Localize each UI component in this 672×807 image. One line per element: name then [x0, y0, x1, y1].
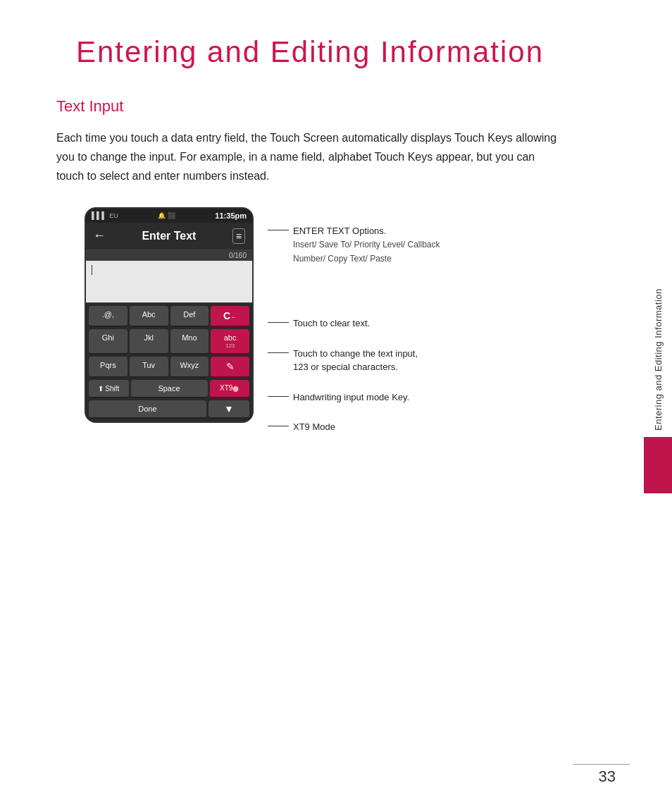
sidebar-accent [644, 437, 672, 493]
key-jkl[interactable]: Jkl [130, 329, 168, 355]
keyboard-row-1: .@, Abc Def C← [89, 306, 249, 327]
key-space[interactable]: Space [131, 380, 208, 398]
callout-area: ENTER TEXT Options. Insert/ Save To/ Pri… [268, 207, 440, 447]
key-abc[interactable]: Abc [130, 306, 168, 327]
key-xt9[interactable]: XT9⬤ [210, 380, 250, 398]
text-cursor [92, 265, 92, 275]
bottom-divider [573, 764, 630, 765]
callout-text-4: Handwriting input mode Key. [293, 390, 409, 405]
callout-enter-text: ENTER TEXT Options. Insert/ Save To/ Pri… [268, 224, 440, 266]
callout-line-1 [268, 230, 289, 230]
callout-line-3 [268, 352, 289, 353]
menu-button[interactable]: ≡ [232, 228, 245, 244]
callout-label-1: ENTER TEXT Options. [293, 226, 386, 236]
key-def[interactable]: Def [170, 306, 209, 327]
back-button[interactable]: ← [93, 228, 106, 243]
key-shift[interactable]: ⬆ Shift [89, 380, 129, 398]
callout-line-4 [268, 396, 289, 397]
keyboard-row-3: Pqrs Tuv Wxyz ✎ [89, 357, 249, 378]
text-input-area[interactable] [86, 261, 252, 303]
header-title: Enter Text [142, 230, 196, 242]
callout-xt9: XT9 Mode [268, 420, 440, 434]
callout-text-1: ENTER TEXT Options. Insert/ Save To/ Pri… [293, 224, 440, 266]
callout-text-3: Touch to change the text input, 123 or s… [293, 347, 418, 374]
keyboard-row-4: ⬆ Shift Space XT9⬤ [89, 380, 249, 398]
key-ghi[interactable]: Ghi [89, 329, 127, 355]
status-icons: 🔔 ⬛ [158, 212, 175, 219]
key-clear[interactable]: C← [211, 306, 249, 327]
status-left: ▌▌▌ EU [92, 211, 118, 219]
key-tuv[interactable]: Tuv [130, 357, 168, 378]
shift-arrow-icon: ⬆ [98, 385, 104, 393]
callout-sub-3: 123 or special characters. [293, 362, 398, 372]
page-content: Entering and Editing Information Text In… [0, 0, 620, 489]
keyboard-row-2: Ghi Jkl Mno abc123 [89, 329, 249, 355]
keyboard-done-row: Done ▼ [89, 400, 249, 419]
key-abc-123[interactable]: abc123 [211, 329, 249, 355]
key-wxyz[interactable]: Wxyz [170, 357, 209, 378]
section-title: Text Input [56, 97, 564, 116]
key-done[interactable]: Done [89, 400, 206, 419]
char-counter: 0/160 [229, 252, 247, 259]
key-mno[interactable]: Mno [170, 329, 209, 355]
signal-icon: ▌▌▌ [92, 211, 106, 219]
callout-handwriting: Handwriting input mode Key. [268, 390, 440, 405]
callout-text-2: Touch to clear text. [293, 316, 370, 331]
keyboard: .@, Abc Def C← Ghi Jkl Mno abc123 Pqrs T… [86, 303, 252, 422]
phone-area: ▌▌▌ EU 🔔 ⬛ 11:35pm ← Enter Text ≡ 0/160 [85, 207, 564, 447]
key-at[interactable]: .@, [89, 306, 127, 327]
phone-header: ← Enter Text ≡ [86, 223, 252, 250]
page-number: 33 [599, 768, 616, 786]
callout-change-input: Touch to change the text input, 123 or s… [268, 347, 440, 374]
key-pqrs[interactable]: Pqrs [89, 357, 127, 378]
status-bar: ▌▌▌ EU 🔔 ⬛ 11:35pm [86, 209, 252, 223]
shift-label: Shift [105, 385, 119, 393]
status-time: 11:35pm [215, 211, 247, 220]
counter-bar: 0/160 [86, 250, 252, 261]
callout-sub-1: Insert/ Save To/ Priority Level/ Callbac… [293, 240, 440, 264]
callout-clear: Touch to clear text. [268, 316, 440, 331]
key-arrow-down[interactable]: ▼ [209, 400, 249, 419]
body-text: Each time you touch a data entry field, … [56, 128, 564, 186]
network-label: EU [109, 212, 118, 219]
key-handwriting[interactable]: ✎ [211, 357, 249, 378]
callout-line-5 [268, 426, 289, 426]
phone-mockup: ▌▌▌ EU 🔔 ⬛ 11:35pm ← Enter Text ≡ 0/160 [85, 207, 254, 424]
callout-text-5: XT9 Mode [293, 420, 335, 434]
callout-line-2 [268, 322, 289, 323]
page-title: Entering and Editing Information [56, 35, 564, 69]
